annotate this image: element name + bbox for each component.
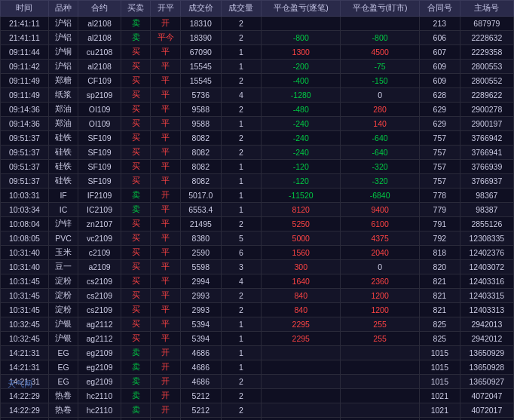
table-row: 10:31:45淀粉cs2109买平2994416402360821124033… [1,274,514,289]
trade-table-container[interactable]: 时间 品种 合约 买卖 开平 成交价 成交量 平仓盈亏(逐笔) 平仓盈亏(盯市)… [0,0,514,420]
table-cell: 沪银 [48,332,78,346]
table-cell: -320 [341,174,420,189]
table-cell: 821 [419,303,460,317]
table-cell: 628 [419,88,460,103]
table-cell: 6 [221,246,262,260]
table-cell: 9400 [341,203,420,217]
table-cell: 1015 [419,360,460,375]
table-cell: 平 [151,303,181,317]
table-cell: ag2112 [78,332,121,346]
table-cell: -400 [262,74,341,88]
table-cell: 开 [151,360,181,375]
table-cell: 买 [121,332,151,346]
table-cell: 平 [151,289,181,303]
table-cell: 2 [221,17,262,31]
table-cell: 629 [419,117,460,131]
table-cell: 卖 [121,189,151,203]
table-cell: 629 [419,103,460,117]
table-cell: 开 [151,17,181,31]
table-cell: MA109 [78,418,121,421]
table-cell: 1021 [419,403,460,418]
table-cell: sp2109 [78,88,121,103]
table-cell: 15545 [180,74,221,88]
table-row: 09:11:44沪铜cu2108买平6709011300450060722293… [1,45,514,60]
table-cell: 609 [419,74,460,88]
table-cell: IF2109 [78,189,121,203]
table-cell: 开 [151,389,181,403]
table-row: 10:31:40玉米c2109买平25906156020408181240237… [1,246,514,260]
table-cell: 818 [419,246,460,260]
trade-table: 时间 品种 合约 买卖 开平 成交价 成交量 平仓盈亏(逐笔) 平仓盈亏(盯市)… [0,0,514,420]
table-row: 10:31:45淀粉cs2109买平2993284012008211240331… [1,289,514,303]
table-cell [341,360,420,375]
table-row: 10:03:34ICIC2109卖平6553.41812094007799838… [1,203,514,217]
table-cell: 2289622 [460,88,513,103]
table-cell: 2993 [180,303,221,317]
table-row: 09:14:36郑油OI109买平95882-4802806292900278 [1,103,514,117]
table-cell: 10:08:05 [1,231,49,246]
table-cell: 平 [151,146,181,160]
table-cell: 12403316 [460,274,513,289]
table-cell: hc2110 [78,403,121,418]
col-market: 主场号 [460,1,513,17]
table-cell: 10:08:04 [1,217,49,231]
table-cell: SF109 [78,146,121,160]
table-cell: -480 [262,103,341,117]
table-cell: 1 [221,45,262,60]
table-cell: 2 [221,131,262,146]
table-cell: 1200 [341,289,420,303]
table-cell: 1 [221,346,262,360]
table-cell: 5212 [180,403,221,418]
table-cell: 5736 [180,88,221,103]
table-cell: SF109 [78,160,121,174]
table-cell: 840 [262,303,341,317]
table-cell: 卖 [121,403,151,418]
table-cell: 1 [221,189,262,203]
table-cell: 热卷 [48,403,78,418]
table-cell: 郑糖 [48,74,78,88]
table-cell: -240 [262,131,341,146]
table-cell: 买 [121,131,151,146]
table-cell: 12403315 [460,289,513,303]
table-cell: 郑醇 [48,418,78,421]
table-cell: 1041 [419,418,460,421]
table-cell: 卖 [121,346,151,360]
table-cell: 609 [419,60,460,74]
table-row: 10:32:45沪银ag2112买平5394122952558252942012 [1,332,514,346]
table-cell: OI109 [78,103,121,117]
table-cell: 5 [221,231,262,246]
table-cell: 8082 [180,131,221,146]
table-cell: 2228632 [460,31,513,45]
col-op: 开平 [151,1,181,17]
table-cell: 热卷 [48,389,78,403]
table-cell [341,389,420,403]
table-cell: 9588 [180,117,221,131]
table-cell: 2229358 [460,45,513,60]
table-cell: 2 [221,217,262,231]
table-cell: 2 [221,403,262,418]
table-cell: 821 [419,289,460,303]
table-cell: 平 [151,88,181,103]
table-cell: 1 [221,174,262,189]
table-cell: 09:51:37 [1,131,49,146]
table-cell: 2 [221,31,262,45]
table-cell: 买 [121,289,151,303]
table-cell: 买 [121,160,151,174]
table-cell: -800 [341,31,420,45]
table-cell: 791 [419,217,460,231]
table-cell: 4686 [180,375,221,389]
table-cell: SF109 [78,131,121,146]
table-cell: 2438 [180,418,221,421]
table-cell: 2942013 [460,317,513,332]
table-cell: 09:51:37 [1,160,49,174]
table-cell: 792 [419,231,460,246]
table-cell: 18390 [180,31,221,45]
table-cell: 平 [151,45,181,60]
table-cell: -240 [262,146,341,160]
table-cell: 8120 [262,203,341,217]
table-cell: 5017.0 [180,189,221,203]
table-cell: 买 [121,217,151,231]
table-cell: 卖 [121,360,151,375]
table-cell: 607 [419,45,460,60]
table-cell: 09:11:49 [1,88,49,103]
